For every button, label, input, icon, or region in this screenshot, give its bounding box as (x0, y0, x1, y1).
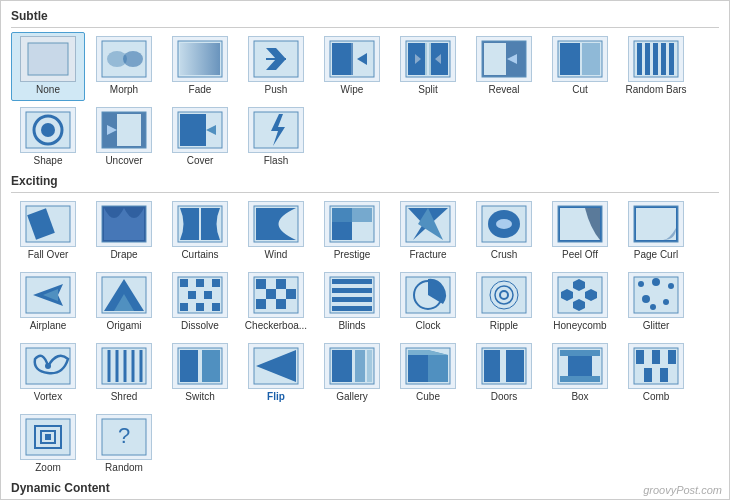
item-honeycomb[interactable]: Honeycomb (543, 268, 617, 337)
svg-rect-131 (660, 368, 668, 382)
item-wind[interactable]: Wind (239, 197, 313, 266)
icon-shape (20, 107, 76, 153)
svg-rect-60 (180, 279, 188, 287)
svg-rect-128 (652, 350, 660, 364)
item-fade[interactable]: Fade (163, 32, 237, 101)
svg-rect-120 (506, 350, 524, 382)
label-dissolve: Dissolve (165, 320, 235, 334)
item-dissolve[interactable]: Dissolve (163, 268, 237, 337)
icon-pagecurl (628, 201, 684, 247)
item-shred[interactable]: Shred (87, 339, 161, 408)
section-exciting: Exciting Fall Over Drape (11, 174, 719, 481)
item-push[interactable]: Push (239, 32, 313, 101)
svg-rect-135 (45, 434, 51, 440)
item-blinds[interactable]: Blinds (315, 268, 389, 337)
item-drape[interactable]: Drape (87, 197, 161, 266)
svg-rect-39 (180, 114, 206, 146)
item-prestige[interactable]: Prestige (315, 197, 389, 266)
item-switch[interactable]: Switch (163, 339, 237, 408)
item-peeloff[interactable]: Peel Off (543, 197, 617, 266)
icon-cut (552, 36, 608, 82)
icon-checkerboard (248, 272, 304, 318)
section-subtle: Subtle None Morph (11, 9, 719, 174)
item-pagecurl[interactable]: Page Curl (619, 197, 693, 266)
svg-rect-67 (212, 303, 220, 311)
icon-crush (476, 201, 532, 247)
item-fracture[interactable]: Fracture (391, 197, 465, 266)
svg-rect-62 (212, 279, 220, 287)
item-comb[interactable]: Comb (619, 339, 693, 408)
label-crush: Crush (469, 249, 539, 263)
svg-point-34 (41, 123, 55, 137)
svg-rect-124 (560, 350, 600, 356)
item-doors[interactable]: Doors (467, 339, 541, 408)
svg-rect-130 (644, 368, 652, 382)
icon-comb (628, 343, 684, 389)
icon-gallery (324, 343, 380, 389)
item-morph[interactable]: Morph (87, 32, 161, 101)
label-wipe: Wipe (317, 84, 387, 98)
item-glitter[interactable]: Glitter (619, 268, 693, 337)
icon-origami (96, 272, 152, 318)
svg-rect-29 (653, 43, 658, 75)
svg-rect-71 (266, 289, 276, 299)
item-ripple[interactable]: Ripple (467, 268, 541, 337)
label-origami: Origami (89, 320, 159, 334)
item-box[interactable]: Box (543, 339, 617, 408)
label-cover: Cover (165, 155, 235, 169)
svg-rect-5 (180, 43, 220, 75)
item-shape[interactable]: Shape (11, 103, 85, 172)
icon-blinds (324, 272, 380, 318)
svg-rect-70 (276, 279, 286, 289)
item-gallery[interactable]: Gallery (315, 339, 389, 408)
label-clock: Clock (393, 320, 463, 334)
icon-honeycomb (552, 272, 608, 318)
label-ripple: Ripple (469, 320, 539, 334)
item-cube[interactable]: Cube (391, 339, 465, 408)
item-flash[interactable]: Flash (239, 103, 313, 172)
item-none[interactable]: None (11, 32, 85, 101)
label-vortex: Vortex (13, 391, 83, 405)
icon-airplane (20, 272, 76, 318)
watermark: groovyPost.com (643, 484, 722, 496)
icon-morph (96, 36, 152, 82)
item-origami[interactable]: Origami (87, 268, 161, 337)
label-switch: Switch (165, 391, 235, 405)
icon-switch (172, 343, 228, 389)
item-curtains[interactable]: Curtains (163, 197, 237, 266)
item-clock[interactable]: Clock (391, 268, 465, 337)
label-push: Push (241, 84, 311, 98)
item-random[interactable]: ? Random (87, 410, 161, 479)
icon-doors (476, 343, 532, 389)
label-cut: Cut (545, 84, 615, 98)
item-vortex[interactable]: Vortex (11, 339, 85, 408)
icon-glitter (628, 272, 684, 318)
item-airplane[interactable]: Airplane (11, 268, 85, 337)
item-wipe[interactable]: Wipe (315, 32, 389, 101)
item-cut[interactable]: Cut (543, 32, 617, 101)
item-reveal[interactable]: Reveal (467, 32, 541, 101)
svg-rect-129 (668, 350, 676, 364)
item-checkerboard[interactable]: Checkerboa... (239, 268, 313, 337)
icon-dissolve (172, 272, 228, 318)
icon-wind (248, 201, 304, 247)
label-shred: Shred (89, 391, 159, 405)
item-cover[interactable]: Cover (163, 103, 237, 172)
label-checkerboard: Checkerboa... (241, 320, 311, 334)
item-fallover[interactable]: Fall Over (11, 197, 85, 266)
item-split[interactable]: Split (391, 32, 465, 101)
svg-rect-0 (28, 43, 68, 75)
item-uncover[interactable]: Uncover (87, 103, 161, 172)
label-pagecurl: Page Curl (621, 249, 691, 263)
icon-none (20, 36, 76, 82)
icon-box (552, 343, 608, 389)
item-zoom[interactable]: Zoom (11, 410, 85, 479)
item-crush[interactable]: Crush (467, 197, 541, 266)
svg-rect-127 (636, 350, 644, 364)
item-flip[interactable]: Flip (239, 339, 313, 408)
grid-subtle: None Morph Fade (11, 32, 719, 172)
item-randombars[interactable]: Random Bars (619, 32, 693, 101)
label-randombars: Random Bars (621, 84, 691, 98)
icon-fallover (20, 201, 76, 247)
label-drape: Drape (89, 249, 159, 263)
